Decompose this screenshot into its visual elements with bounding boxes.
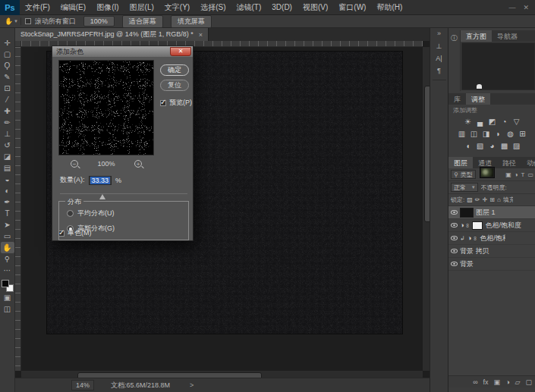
adjustment-threshold[interactable]: ◕ <box>487 141 497 151</box>
layers-action-layer-effects[interactable]: fx <box>483 378 489 386</box>
panel-icon-character-panel[interactable]: A| <box>432 52 447 64</box>
menu-item[interactable]: 文字(Y) <box>159 0 195 15</box>
adjustment-curves[interactable]: ◩ <box>487 117 497 127</box>
expand-panels-icon[interactable]: » <box>437 30 441 37</box>
tool-lasso-tool[interactable]: Ϙ <box>1 60 14 71</box>
monochromatic-row[interactable]: 单色(M) <box>58 228 92 238</box>
dialog-title-bar[interactable]: 添加杂色 ✕ <box>52 46 193 57</box>
layers-action-new-group[interactable]: ▱ <box>515 378 521 386</box>
lock-lock-pixels[interactable]: ✏ <box>475 196 480 203</box>
lock-lock-transparency[interactable]: ▨ <box>467 196 473 203</box>
filter-filter-type[interactable]: T <box>521 171 525 178</box>
tab-library[interactable]: 库 <box>448 93 466 105</box>
tool-crop-tool[interactable]: ⊡ <box>1 83 14 94</box>
layer-row-background[interactable]: 背景 <box>448 258 535 271</box>
tool-healing-brush-tool[interactable]: ✚ <box>1 105 14 117</box>
dialog-close-button[interactable]: ✕ <box>170 47 191 56</box>
filter-filter-image[interactable]: ▣ <box>505 171 511 178</box>
adjustment-invert[interactable]: ◖ <box>463 141 473 151</box>
quick-mask-icon[interactable]: ▣ <box>1 292 14 303</box>
visibility-eye-icon[interactable] <box>451 210 458 215</box>
tool-shape-tool[interactable]: ▭ <box>1 230 14 242</box>
tab-layers[interactable]: 图层 <box>448 157 473 168</box>
tab-close-icon[interactable]: × <box>199 31 203 39</box>
horizontal-scrollbar-thumb[interactable] <box>77 372 262 378</box>
layers-action-link-layers[interactable]: ∞ <box>473 378 477 386</box>
layer-thumbnail[interactable] <box>460 208 474 218</box>
adjustment-levels[interactable]: ▄ <box>475 117 485 127</box>
filter-kind-select[interactable]: ⚲ 类型 <box>451 170 476 179</box>
lock-lock-artboard[interactable]: ⊞ <box>489 196 495 203</box>
uniform-radio[interactable] <box>67 210 74 217</box>
color-swatches[interactable] <box>2 280 14 292</box>
tab-actions[interactable]: 动作 <box>521 157 535 168</box>
tab-adjustments[interactable]: 调整 <box>466 93 490 105</box>
screen-mode-icon[interactable]: ◫ <box>1 303 14 315</box>
info-panel-icon[interactable]: ⓘ <box>448 30 461 91</box>
tool-dodge-tool[interactable]: ◐ <box>1 185 14 196</box>
horizontal-scrollbar[interactable] <box>21 371 423 378</box>
menu-item[interactable]: 滤镜(T) <box>231 0 267 15</box>
layer-row-hue-saturation-1[interactable]: ◑ ∞ 色相/饱和度 <box>448 219 535 232</box>
layer-row-noise[interactable]: 图层 1 <box>448 206 535 219</box>
tool-brush-tool[interactable]: ✏ <box>1 117 14 128</box>
tool-move-tool[interactable]: ✛ <box>1 37 14 49</box>
tab-channels[interactable]: 通道 <box>473 157 497 168</box>
tool-marquee-tool[interactable]: ▢ <box>1 49 14 60</box>
zoom-out-icon[interactable]: − <box>71 160 78 168</box>
filter-filter-adjustment[interactable]: ◑ <box>515 171 518 178</box>
layer-thumbnail[interactable] <box>480 168 494 177</box>
lock-lock-all[interactable]: ⌂ <box>497 196 501 203</box>
uniform-option[interactable]: 平均分布(U) <box>67 209 115 218</box>
tab-navigator[interactable]: 导航器 <box>492 30 523 42</box>
noise-preview[interactable] <box>58 60 154 155</box>
panel-icon-paragraph-panel[interactable]: ¶ <box>432 64 447 77</box>
adjustment-gradient-map[interactable]: ▩ <box>499 141 509 151</box>
visibility-eye-icon[interactable] <box>451 236 458 240</box>
tool-zoom-tool[interactable]: ⚲ <box>1 253 14 265</box>
current-tool-badge[interactable]: ✋ ▾ <box>5 17 21 25</box>
layers-action-new-layer[interactable]: ▢ <box>525 378 532 386</box>
tool-hand-tool[interactable]: ✋ <box>1 242 14 253</box>
menu-item[interactable]: 图层(L) <box>124 0 159 15</box>
adjustment-hue-saturation[interactable]: ▥ <box>457 129 467 139</box>
mask-thumbnail[interactable] <box>472 221 483 230</box>
fill-screen-button[interactable]: 填充屏幕 <box>171 15 212 28</box>
tool-quick-selection-tool[interactable]: ✎ <box>1 71 14 83</box>
lock-lock-position[interactable]: ✛ <box>483 196 488 203</box>
tool-path-select-tool[interactable]: ➤ <box>1 219 14 230</box>
adjustment-posterize[interactable]: ▧ <box>475 141 485 151</box>
slider-thumb[interactable] <box>99 194 105 199</box>
tool-type-tool[interactable]: T <box>1 208 14 219</box>
visibility-eye-icon[interactable] <box>451 262 458 266</box>
menu-item[interactable]: 视图(V) <box>297 0 333 15</box>
reset-button[interactable]: 复位 <box>160 80 189 91</box>
fit-screen-button[interactable]: 适合屏幕 <box>122 15 163 28</box>
layers-action-add-adjustment-layer[interactable]: ◑ <box>505 378 509 386</box>
preview-checkbox[interactable] <box>160 100 166 106</box>
status-arrow-icon[interactable]: > <box>190 381 194 389</box>
vertical-scrollbar[interactable] <box>423 47 430 371</box>
zoom-in-icon[interactable]: + <box>134 160 142 168</box>
tool-history-brush-tool[interactable]: ↺ <box>1 140 14 151</box>
menu-item[interactable]: 文件(F) <box>20 0 55 15</box>
tab-paths[interactable]: 路径 <box>497 157 521 168</box>
visibility-eye-icon[interactable] <box>451 223 458 227</box>
menu-item[interactable]: 3D(D) <box>266 0 297 15</box>
tool-pen-tool[interactable]: ✒ <box>1 196 14 208</box>
foreground-color-swatch[interactable] <box>2 280 9 287</box>
tool-more-tools[interactable]: ⋯ <box>1 265 14 276</box>
menu-item[interactable]: 图像(I) <box>91 0 124 15</box>
menu-item[interactable]: 窗口(W) <box>333 0 371 15</box>
adjustment-color-balance[interactable]: ◫ <box>469 129 479 139</box>
layer-row-hue-saturation-2[interactable]: ↲ ◑ ∞ 色相/饱和度 <box>448 232 535 245</box>
menu-item[interactable]: 帮助(H) <box>371 0 408 15</box>
filter-filter-shape[interactable]: ▭ <box>527 171 533 178</box>
adjustment-selective-color[interactable]: ▨ <box>511 141 521 151</box>
amount-input[interactable]: 33.33 <box>89 176 112 185</box>
panel-icon-clone-source-panel[interactable]: ⊥ <box>432 40 447 52</box>
layers-action-add-layer-mask[interactable]: ▣ <box>494 378 501 386</box>
zoom-level-field[interactable]: 14% <box>71 380 94 390</box>
adjustment-exposure[interactable]: ◔ <box>499 117 509 127</box>
blend-mode-select[interactable]: 正常 ▾ <box>451 183 478 192</box>
